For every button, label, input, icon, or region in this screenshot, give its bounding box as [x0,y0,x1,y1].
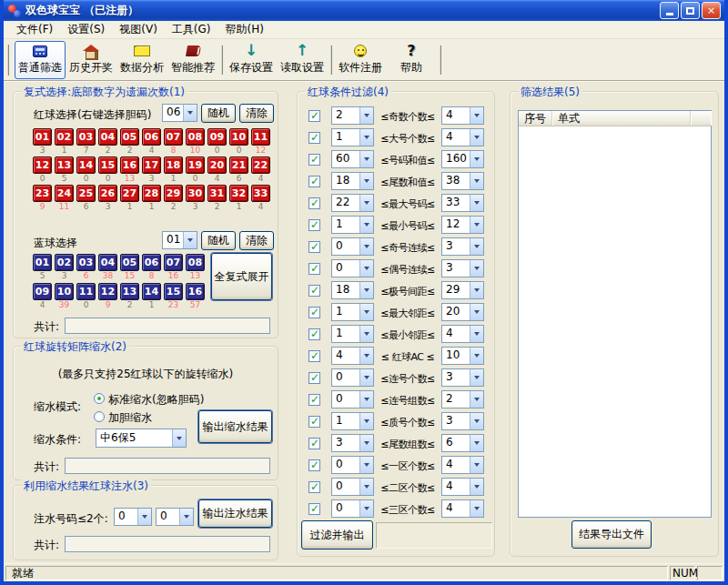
red-ball[interactable]: 02 [55,128,74,146]
red-ball[interactable]: 23 [33,185,52,202]
red-ball[interactable]: 25 [76,185,96,202]
filter-checkbox[interactable] [308,263,320,275]
red-ball[interactable]: 15 [98,156,117,174]
red-ball[interactable]: 10 [229,128,248,146]
blue-ball[interactable]: 12 [98,283,117,300]
filter-checkbox[interactable] [308,328,320,340]
toolbar-button-history-draws[interactable]: 历史开奖 [66,41,116,79]
red-ball[interactable]: 05 [120,128,139,146]
blue-ball[interactable]: 10 [55,283,74,300]
chevron-down-icon[interactable] [359,173,373,189]
full-expand-button[interactable]: 全复式展开 [211,253,272,300]
filter-min-combo[interactable]: 1 [331,128,374,146]
filter-max-combo[interactable]: 3 [441,237,484,256]
chevron-down-icon[interactable] [359,435,373,451]
filter-checkbox[interactable] [308,307,320,318]
filter-max-combo[interactable]: 12 [441,216,484,234]
blue-ball[interactable]: 05 [120,254,139,271]
blue-ball[interactable]: 16 [186,283,205,300]
inject-combo-2[interactable]: 0 [156,508,194,526]
toolbar-button-data-analysis[interactable]: 数据分析 [116,41,167,79]
filter-output-button[interactable]: 过滤并输出 [301,520,373,550]
filter-max-combo[interactable]: 3 [441,259,484,277]
filter-max-combo[interactable]: 38 [441,172,484,190]
filter-checkbox[interactable] [308,438,320,449]
filter-max-combo[interactable]: 4 [441,325,484,343]
results-list-body[interactable] [519,126,711,517]
chevron-down-icon[interactable] [470,107,483,124]
chevron-down-icon[interactable] [470,348,483,364]
filter-checkbox[interactable] [308,110,320,122]
chevron-down-icon[interactable] [470,217,483,233]
filter-min-combo[interactable]: 0 [331,499,374,518]
red-ball[interactable]: 33 [251,185,270,202]
filter-min-combo[interactable]: 2 [331,106,374,125]
filter-checkbox[interactable] [308,394,320,406]
filter-checkbox[interactable] [308,154,320,166]
red-ball[interactable]: 14 [76,156,96,174]
chevron-down-icon[interactable] [359,479,373,495]
menu-item-1[interactable]: 设置(S) [60,20,112,39]
red-ball[interactable]: 16 [120,156,139,174]
chevron-down-icon[interactable] [359,151,373,167]
blue-ball[interactable]: 01 [33,254,52,271]
filter-checkbox[interactable] [308,350,320,362]
chevron-down-icon[interactable] [172,429,186,447]
filter-checkbox[interactable] [308,241,320,253]
filter-min-combo[interactable]: 60 [331,150,374,168]
red-ball[interactable]: 28 [142,185,161,202]
filter-min-combo[interactable]: 4 [331,347,374,365]
filter-max-combo[interactable]: 4 [441,499,484,518]
chevron-down-icon[interactable] [359,195,373,211]
chevron-down-icon[interactable] [359,326,373,342]
filter-max-combo[interactable]: 4 [441,106,484,125]
red-ball[interactable]: 19 [186,156,205,174]
filter-min-combo[interactable]: 0 [331,237,374,256]
red-ball[interactable]: 20 [207,156,227,174]
chevron-down-icon[interactable] [359,413,373,429]
red-ball[interactable]: 17 [142,156,161,174]
dan-shrink-radio[interactable] [94,411,105,422]
menu-item-2[interactable]: 视图(V) [112,20,165,39]
blue-ball[interactable]: 13 [120,283,139,300]
chevron-down-icon[interactable] [470,151,483,167]
red-ball[interactable]: 21 [229,156,248,174]
red-ball[interactable]: 13 [55,156,74,174]
filter-max-combo[interactable]: 4 [441,128,484,146]
filter-max-combo[interactable]: 33 [441,194,484,212]
blue-ball[interactable]: 09 [33,283,52,300]
chevron-down-icon[interactable] [359,217,373,233]
chevron-down-icon[interactable] [470,304,483,320]
red-ball[interactable]: 03 [76,128,96,146]
blue-ball[interactable]: 06 [142,254,161,271]
filter-min-combo[interactable]: 0 [331,259,374,277]
filter-min-combo[interactable]: 0 [331,456,374,474]
group2-total-field[interactable] [65,458,270,474]
filter-checkbox[interactable] [308,132,320,144]
red-ball[interactable]: 30 [186,185,205,202]
filter-min-combo[interactable]: 18 [331,172,374,190]
blue-count-combo[interactable]: 01 [162,231,197,249]
filter-checkbox[interactable] [308,372,320,384]
chevron-down-icon[interactable] [470,479,483,495]
chevron-down-icon[interactable] [470,500,483,517]
group3-total-field[interactable] [65,536,270,552]
chevron-down-icon[interactable] [359,260,373,277]
inject-combo-1[interactable]: 0 [114,508,152,526]
blue-ball[interactable]: 07 [164,254,183,271]
minimize-button[interactable] [660,2,679,19]
toolbar-button-smart-recommend[interactable]: 智能推荐 [167,41,218,79]
filter-checkbox[interactable] [308,481,320,493]
toolbar-button-load-settings[interactable]: 读取设置 [277,41,328,79]
filter-max-combo[interactable]: 20 [441,303,484,321]
filter-max-combo[interactable]: 160 [441,150,484,168]
filter-checkbox[interactable] [308,503,320,515]
red-ball[interactable]: 24 [55,185,74,202]
chevron-down-icon[interactable] [359,282,373,298]
blue-clear-button[interactable]: 清除 [239,231,274,250]
chevron-down-icon[interactable] [470,129,483,146]
chevron-down-icon[interactable] [359,369,373,386]
chevron-down-icon[interactable] [470,195,483,211]
red-count-combo[interactable]: 06 [162,104,197,122]
chevron-down-icon[interactable] [470,457,483,473]
